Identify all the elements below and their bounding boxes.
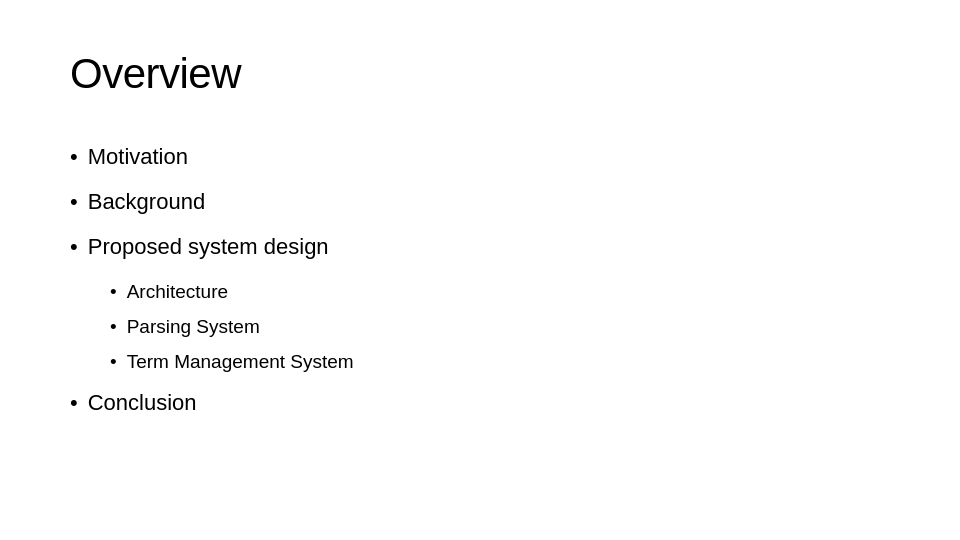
sub-bullet-dot: • bbox=[110, 349, 117, 376]
sub-bullets-proposed: • Architecture • Parsing System • Term M… bbox=[110, 276, 890, 378]
bullet-background: • Background bbox=[70, 183, 890, 222]
bullet-conclusion: • Conclusion bbox=[70, 384, 890, 423]
bullet-motivation-text: Motivation bbox=[88, 142, 188, 173]
sub-bullet-dot: • bbox=[110, 314, 117, 341]
bullet-proposed-text: Proposed system design bbox=[88, 232, 329, 263]
bullet-dot: • bbox=[70, 232, 78, 263]
content-area: • Motivation • Background • Proposed sys… bbox=[70, 138, 890, 423]
slide-title: Overview bbox=[70, 50, 890, 98]
sub-bullet-parsing: • Parsing System bbox=[110, 311, 890, 344]
bullet-conclusion-text: Conclusion bbox=[88, 388, 197, 419]
sub-bullet-term-text: Term Management System bbox=[127, 349, 354, 376]
sub-bullet-dot: • bbox=[110, 279, 117, 306]
bullet-background-text: Background bbox=[88, 187, 205, 218]
sub-bullet-term: • Term Management System bbox=[110, 346, 890, 379]
bullet-dot: • bbox=[70, 142, 78, 173]
sub-bullet-architecture-text: Architecture bbox=[127, 279, 228, 306]
bullet-dot: • bbox=[70, 388, 78, 419]
bullet-motivation: • Motivation bbox=[70, 138, 890, 177]
slide: Overview • Motivation • Background • Pro… bbox=[0, 0, 960, 540]
bullet-proposed: • Proposed system design bbox=[70, 228, 890, 267]
sub-bullet-architecture: • Architecture bbox=[110, 276, 890, 309]
sub-bullet-parsing-text: Parsing System bbox=[127, 314, 260, 341]
bullet-dot: • bbox=[70, 187, 78, 218]
